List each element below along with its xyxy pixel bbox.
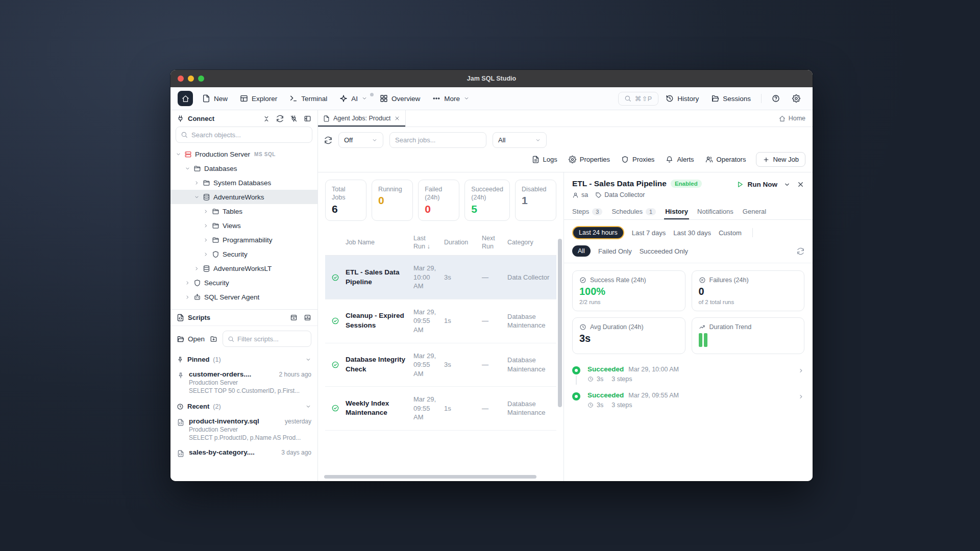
- home-button[interactable]: [178, 91, 193, 106]
- new-folder-icon[interactable]: [210, 335, 217, 343]
- run-now-button[interactable]: Run Now: [736, 181, 778, 188]
- operators-button[interactable]: Operators: [700, 153, 751, 166]
- terminal-button[interactable]: Terminal: [284, 91, 332, 106]
- filter-last-7-days[interactable]: Last 7 days: [632, 229, 666, 237]
- history-button[interactable]: History: [660, 91, 704, 106]
- run-entry[interactable]: SucceededMar 29, 10:00 AM 3s3 steps: [572, 361, 804, 387]
- auto-refresh-value: Off: [344, 136, 353, 144]
- auto-refresh-select[interactable]: Off: [338, 132, 383, 148]
- collapse-panel-icon[interactable]: [304, 115, 311, 122]
- script-item[interactable]: customer-orders....2 hours ago Productio…: [170, 367, 317, 398]
- new-job-button[interactable]: New Job: [756, 152, 805, 167]
- tree-item-adventureworkslt[interactable]: AdventureWorksLT: [170, 261, 317, 276]
- horizontal-scrollbar[interactable]: [324, 475, 536, 479]
- tree-item-tables[interactable]: Tables: [170, 204, 317, 218]
- collapse-scripts-icon[interactable]: [304, 314, 311, 321]
- overview-button[interactable]: Overview: [375, 91, 425, 106]
- filter-failed-only[interactable]: Failed Only: [598, 247, 632, 255]
- disconnect-icon[interactable]: [290, 115, 298, 122]
- tree-item-databases[interactable]: Databases: [170, 161, 317, 176]
- job-row-integrity-check[interactable]: Database Integrity Check Mar 29, 09:55 A…: [325, 343, 556, 387]
- filter-last-30-days[interactable]: Last 30 days: [673, 229, 711, 237]
- col-next-run[interactable]: Next Run: [482, 234, 507, 252]
- job-row-index-maintenance[interactable]: Weekly Index Maintenance Mar 29, 09:55 A…: [325, 387, 556, 431]
- settings-button[interactable]: [787, 91, 805, 106]
- chevron-right-icon: [194, 180, 200, 186]
- col-duration[interactable]: Duration: [444, 238, 482, 247]
- filter-custom[interactable]: Custom: [719, 229, 742, 237]
- tree-item-db-security[interactable]: Security: [170, 247, 317, 261]
- shield-icon: [212, 251, 219, 258]
- tree-item-production-server[interactable]: Production ServerMS SQL: [170, 147, 317, 161]
- open-script-button[interactable]: Open: [177, 335, 205, 343]
- col-job-name[interactable]: Job Name: [346, 238, 413, 247]
- object-search-input[interactable]: [191, 131, 307, 139]
- ai-button[interactable]: AI: [334, 91, 373, 106]
- sessions-button[interactable]: Sessions: [706, 91, 756, 106]
- tab-general[interactable]: General: [743, 204, 766, 219]
- script-filter-input[interactable]: [237, 335, 306, 343]
- zoom-window-button[interactable]: [198, 76, 204, 82]
- tree-item-sql-server-agent[interactable]: SQL Server Agent: [170, 290, 317, 304]
- more-button[interactable]: More: [427, 91, 475, 106]
- minimize-window-button[interactable]: [188, 76, 194, 82]
- card-duration-trend: Duration Trend: [692, 317, 805, 354]
- pin-icon: [177, 356, 184, 363]
- object-search[interactable]: [176, 127, 312, 143]
- new-file-icon: [202, 94, 210, 103]
- succeeded-dot-icon: [572, 392, 580, 400]
- script-time: yesterday: [281, 418, 311, 425]
- help-button[interactable]: [767, 91, 785, 106]
- tab-agent-jobs[interactable]: Agent Jobs: Production: [318, 110, 406, 127]
- tab-schedules[interactable]: Schedules1: [611, 204, 656, 219]
- job-search-input[interactable]: [395, 136, 481, 144]
- collapse-all-icon[interactable]: [263, 115, 270, 122]
- more-actions-chevron-icon[interactable]: [783, 181, 791, 188]
- job-search[interactable]: [389, 132, 486, 148]
- script-item[interactable]: product-inventory.sqlyesterday Productio…: [170, 414, 317, 445]
- properties-button[interactable]: Properties: [564, 153, 615, 166]
- recent-section-header[interactable]: Recent (2): [170, 398, 317, 414]
- tree-item-programmability[interactable]: Programmability: [170, 233, 317, 247]
- tab-steps[interactable]: Steps3: [572, 204, 602, 219]
- category-select[interactable]: All: [493, 132, 547, 148]
- tab-notifications[interactable]: Notifications: [697, 204, 733, 219]
- refresh-icon[interactable]: [276, 115, 284, 122]
- explorer-button[interactable]: Explorer: [235, 91, 282, 106]
- expand-scripts-icon[interactable]: [290, 314, 298, 321]
- new-button[interactable]: New: [197, 91, 233, 106]
- job-row-etl-sales[interactable]: ETL - Sales Data Pipeline Mar 29, 10:00 …: [325, 256, 556, 299]
- tree-item-system-databases[interactable]: System Databases: [170, 176, 317, 190]
- filter-succeeded-only[interactable]: Succeeded Only: [640, 247, 688, 255]
- tree-item-adventureworks[interactable]: AdventureWorks: [170, 190, 317, 204]
- job-row-cleanup-sessions[interactable]: Cleanup - Expired Sessions Mar 29, 09:55…: [325, 299, 556, 343]
- tab-bar: Agent Jobs: Production Home: [318, 110, 813, 127]
- script-filter[interactable]: [223, 331, 311, 347]
- alerts-button[interactable]: Alerts: [660, 153, 699, 166]
- filter-last-24-hours[interactable]: Last 24 hours: [572, 226, 624, 239]
- chevron-down-icon: [305, 404, 311, 410]
- pinned-section-header[interactable]: Pinned (1): [170, 352, 317, 367]
- command-palette-search[interactable]: ⌘⇧P: [618, 92, 658, 106]
- run-entry[interactable]: SucceededMar 29, 09:55 AM 3s3 steps: [572, 387, 804, 413]
- logs-button[interactable]: Logs: [527, 153, 562, 166]
- search-icon: [624, 95, 631, 102]
- refresh-history-icon[interactable]: [797, 247, 804, 255]
- tree-item-security[interactable]: Security: [170, 276, 317, 290]
- close-tab-icon[interactable]: [394, 115, 400, 121]
- filter-all[interactable]: All: [572, 245, 591, 257]
- refresh-jobs-icon[interactable]: [324, 136, 332, 144]
- tree-item-views[interactable]: Views: [170, 218, 317, 233]
- script-item[interactable]: sales-by-category....3 days ago: [170, 445, 317, 460]
- breadcrumb-home[interactable]: Home: [772, 110, 813, 127]
- close-window-button[interactable]: [178, 76, 184, 82]
- clock-icon: [587, 376, 594, 382]
- stat-total-jobs: Total Jobs6: [325, 180, 366, 221]
- proxies-button[interactable]: Proxies: [616, 153, 659, 166]
- script-time: 2 hours ago: [275, 371, 311, 378]
- col-last-run[interactable]: Last Run ↓: [413, 234, 444, 252]
- vertical-scrollbar[interactable]: [558, 239, 562, 407]
- col-category[interactable]: Category: [507, 238, 556, 247]
- close-detail-icon[interactable]: [797, 181, 804, 188]
- tab-history[interactable]: History: [665, 204, 688, 219]
